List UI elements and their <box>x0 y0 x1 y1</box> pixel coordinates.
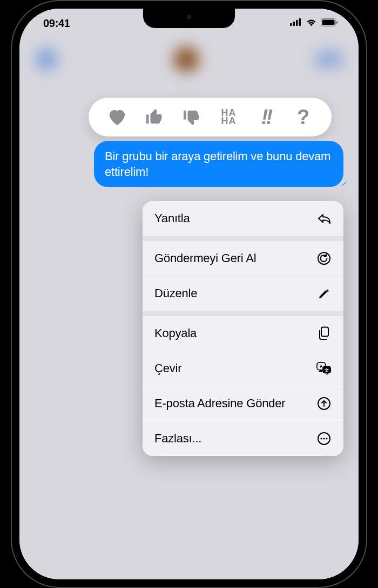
svg-point-15 <box>320 438 322 440</box>
message-text: Bir grubu bir araya getirelim ve bunu de… <box>105 149 330 179</box>
phone-frame: 09:41 <box>11 0 367 588</box>
tapback-thumbs-down[interactable] <box>177 102 206 132</box>
tapback-heart[interactable] <box>103 102 132 132</box>
context-menu: Yanıtla Göndermeyi Geri Al Düzenle <box>143 201 343 456</box>
svg-point-7 <box>318 252 330 264</box>
blurred-back-button <box>36 49 57 70</box>
tapback-exclaim[interactable]: !! <box>252 102 281 132</box>
svg-point-17 <box>326 438 327 440</box>
tapback-thumbs-up[interactable] <box>140 102 169 132</box>
edit-icon <box>316 286 332 301</box>
svg-rect-5 <box>322 19 335 25</box>
menu-more-label: Fazlası... <box>154 432 201 446</box>
svg-rect-8 <box>321 327 328 337</box>
content-area: HA HA !! ? Bir grubu bir araya getirelim… <box>19 98 359 579</box>
blurred-avatar <box>172 45 200 73</box>
menu-separator <box>143 311 343 316</box>
menu-undo-send[interactable]: Göndermeyi Geri Al <box>143 241 343 276</box>
tapback-haha[interactable]: HA HA <box>214 102 244 132</box>
menu-edit-label: Düzenle <box>154 286 197 300</box>
notch <box>143 9 235 28</box>
blurred-right-button <box>315 51 342 67</box>
battery-icon <box>321 18 338 29</box>
menu-translate-label: Çevir <box>154 361 181 375</box>
copy-icon <box>316 326 332 341</box>
menu-copy[interactable]: Kopyala <box>143 316 343 351</box>
tapback-question[interactable]: ? <box>289 102 318 132</box>
reply-icon <box>316 211 332 226</box>
svg-text:文: 文 <box>324 367 329 373</box>
menu-separator <box>143 236 343 241</box>
svg-rect-2 <box>296 20 298 26</box>
message-bubble[interactable]: Bir grubu bir araya getirelim ve bunu de… <box>94 141 343 187</box>
tapback-haha-bottom: HA <box>221 117 237 125</box>
more-icon <box>316 431 332 446</box>
svg-rect-6 <box>336 21 338 24</box>
wifi-icon <box>306 18 317 29</box>
menu-reply[interactable]: Yanıtla <box>143 201 343 236</box>
menu-send-email-label: E-posta Adresine Gönder <box>154 396 285 411</box>
svg-text:A: A <box>320 364 323 369</box>
menu-undo-send-label: Göndermeyi Geri Al <box>154 251 256 265</box>
menu-reply-label: Yanıtla <box>154 211 190 225</box>
undo-send-icon <box>316 251 332 266</box>
svg-rect-3 <box>299 18 301 26</box>
send-email-icon <box>316 396 332 411</box>
translate-icon: A文 <box>316 361 332 376</box>
cellular-signal-icon <box>290 18 302 28</box>
svg-rect-0 <box>290 23 292 26</box>
status-icons <box>290 18 338 29</box>
menu-copy-label: Kopyala <box>154 326 197 340</box>
blurred-header <box>19 38 359 81</box>
svg-rect-1 <box>293 22 295 26</box>
menu-send-email[interactable]: E-posta Adresine Gönder <box>143 386 343 421</box>
phone-screen: 09:41 <box>19 9 359 579</box>
menu-translate[interactable]: Çevir A文 <box>143 351 343 386</box>
status-time: 09:41 <box>43 17 70 30</box>
svg-point-16 <box>323 438 325 440</box>
tapback-reaction-bar: HA HA !! ? <box>89 98 332 136</box>
menu-more[interactable]: Fazlası... <box>143 421 343 456</box>
menu-edit[interactable]: Düzenle <box>143 276 343 311</box>
